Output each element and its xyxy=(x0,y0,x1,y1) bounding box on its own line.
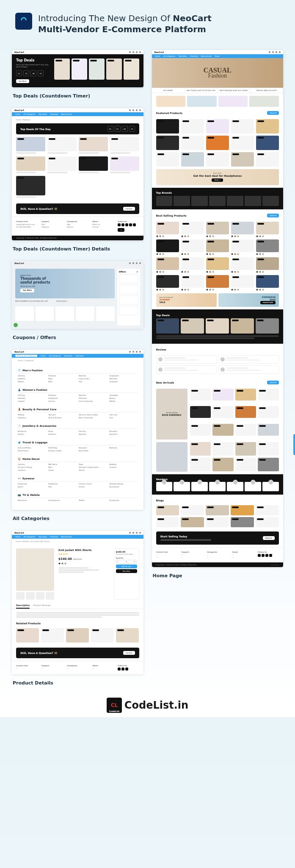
product-card[interactable] xyxy=(235,458,256,471)
product-card[interactable] xyxy=(258,406,279,418)
product-card[interactable] xyxy=(190,389,211,401)
blog-card[interactable] xyxy=(156,517,179,527)
blog-card[interactable] xyxy=(181,505,204,515)
product-card[interactable] xyxy=(206,136,229,150)
category-link[interactable]: Bracelets xyxy=(109,430,137,432)
product-card[interactable] xyxy=(181,275,204,291)
see-more-button[interactable]: See More xyxy=(16,79,29,83)
category-link[interactable]: Footwear xyxy=(48,394,76,396)
category-link[interactable]: Screen xyxy=(79,486,107,488)
category-link[interactable]: Wallets xyxy=(18,381,46,383)
category-link[interactable]: Oral xyxy=(109,417,137,419)
vendor-card[interactable] xyxy=(227,482,243,491)
product-card[interactable] xyxy=(256,239,279,255)
category-link[interactable]: Duffle Bag xyxy=(48,447,76,449)
category-link[interactable]: Clothing xyxy=(18,375,46,377)
category-link[interactable]: Kitchen & Dining xyxy=(18,466,46,468)
offer-card[interactable] xyxy=(119,285,138,294)
category-link[interactable]: Passport Holder xyxy=(48,450,76,452)
category-link[interactable]: Wall Decor xyxy=(48,463,76,465)
category-link[interactable]: Briefcase xyxy=(109,447,137,449)
product-card[interactable] xyxy=(181,136,204,150)
deal-card[interactable] xyxy=(156,318,179,334)
category-link[interactable]: Cushions xyxy=(18,469,46,471)
promo-tile[interactable] xyxy=(249,96,279,107)
offer-card[interactable] xyxy=(119,306,138,315)
product-card[interactable] xyxy=(41,628,64,643)
product-card[interactable] xyxy=(156,136,179,150)
product-card[interactable] xyxy=(231,239,254,255)
buy-now-button[interactable]: Buy Now xyxy=(116,569,137,573)
category-link[interactable]: Sunglasses xyxy=(109,375,137,377)
product-card[interactable] xyxy=(110,137,139,154)
product-card[interactable] xyxy=(116,628,139,643)
category-link[interactable]: Neck Pillow xyxy=(79,450,107,452)
category-tile[interactable] xyxy=(96,306,115,321)
category-link[interactable]: Sunglasses xyxy=(48,397,76,399)
category-link[interactable]: Makeup xyxy=(18,414,46,416)
product-card[interactable] xyxy=(212,389,234,401)
category-link[interactable]: Men's Grooming xyxy=(79,417,107,419)
contact-button[interactable]: Contact xyxy=(123,207,135,211)
brand-tile[interactable] xyxy=(209,196,226,206)
category-link[interactable]: Perfumes xyxy=(109,378,137,380)
category-link[interactable]: Curtains xyxy=(109,466,137,468)
category-tile[interactable] xyxy=(76,306,94,321)
deal-card[interactable] xyxy=(124,58,139,80)
product-card[interactable] xyxy=(79,137,108,154)
blog-card[interactable] xyxy=(206,517,229,527)
category-link[interactable]: Necklaces xyxy=(18,430,46,432)
contact-button[interactable]: Contact xyxy=(123,651,135,655)
quantity-stepper[interactable]: −1+ xyxy=(116,560,137,564)
product-card[interactable] xyxy=(66,628,89,643)
category-link[interactable]: Rugs xyxy=(79,463,107,465)
main-image[interactable] xyxy=(16,548,54,591)
category-link[interactable]: Accessories xyxy=(109,486,137,488)
deal-card[interactable] xyxy=(72,58,87,80)
category-link[interactable]: Kids xyxy=(48,486,76,488)
deal-card[interactable] xyxy=(54,58,70,80)
product-card[interactable] xyxy=(212,424,234,436)
promo-tile[interactable] xyxy=(156,96,186,107)
product-card[interactable] xyxy=(256,222,279,237)
brand-tile[interactable] xyxy=(174,196,190,206)
category-link[interactable]: Eyeglasses xyxy=(48,483,76,485)
category-link[interactable]: Hair Care xyxy=(109,414,137,416)
deal-card[interactable] xyxy=(231,318,254,334)
category-link[interactable]: Caps & Hats xyxy=(79,378,107,380)
product-card[interactable] xyxy=(181,119,204,134)
category-link[interactable]: Innerwear xyxy=(109,381,137,383)
category-link[interactable] xyxy=(109,469,137,471)
blog-card[interactable] xyxy=(156,505,179,515)
brand-tile[interactable] xyxy=(156,196,173,206)
category-link[interactable]: Watches xyxy=(79,433,107,435)
thumb[interactable] xyxy=(16,592,25,600)
product-card[interactable] xyxy=(16,156,45,174)
deal-card[interactable] xyxy=(256,318,279,334)
product-card[interactable] xyxy=(47,137,77,154)
product-card[interactable] xyxy=(258,458,279,471)
side-tab[interactable] xyxy=(293,434,295,455)
deal-card[interactable] xyxy=(89,58,105,80)
deal-card[interactable] xyxy=(181,318,204,334)
summer-sale-banner[interactable]: SALE UP TO 50% OFF SUMMER SALE xyxy=(156,293,217,307)
vendor-card[interactable] xyxy=(245,482,261,491)
swimwear-banner[interactable]: SWIMWEAR 2024 COLLECT NOW xyxy=(218,293,279,307)
category-link[interactable]: Skincare, Bath & Body xyxy=(79,414,107,416)
product-card[interactable] xyxy=(190,442,211,456)
product-card[interactable] xyxy=(206,239,229,255)
product-card[interactable] xyxy=(256,119,279,134)
product-card[interactable] xyxy=(256,275,279,291)
product-card[interactable] xyxy=(256,136,279,150)
product-card[interactable] xyxy=(231,136,254,150)
view-all-button[interactable]: View All xyxy=(267,214,279,217)
product-card[interactable] xyxy=(235,424,256,436)
category-link[interactable]: Anklets xyxy=(18,433,46,435)
product-card[interactable] xyxy=(156,152,179,167)
category-link[interactable]: Mirrors xyxy=(79,469,107,471)
category-link[interactable]: Brooches xyxy=(48,433,76,435)
offer-card[interactable] xyxy=(119,274,138,284)
collect-now-button[interactable]: COLLECT NOW xyxy=(260,301,276,304)
product-card[interactable] xyxy=(212,406,234,418)
promo-tile[interactable] xyxy=(218,96,248,107)
